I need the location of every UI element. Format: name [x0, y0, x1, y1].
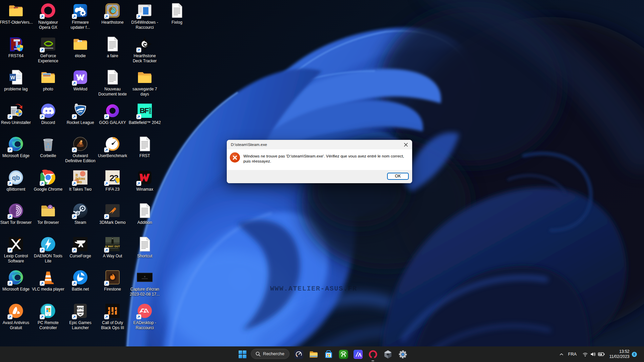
svg-text:GAMES: GAMES — [76, 311, 85, 313]
svg-text:W: W — [10, 74, 15, 80]
svg-text:2042: 2042 — [148, 107, 152, 114]
svg-text:BF: BF — [140, 106, 149, 115]
svg-text:EPIC: EPIC — [77, 307, 84, 310]
svg-text:qb: qb — [12, 174, 20, 181]
